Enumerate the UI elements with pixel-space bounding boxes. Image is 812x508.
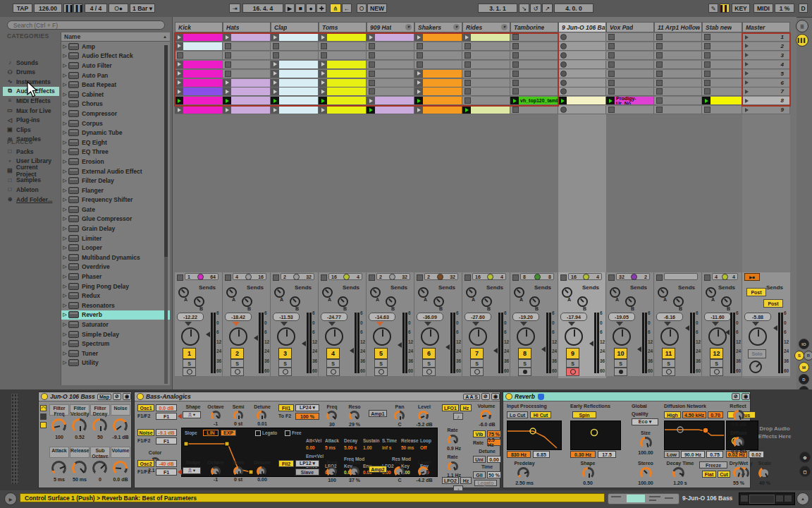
clip-stop-button[interactable] [608,43,615,49]
device-list-item-corpus[interactable]: ▷Corpus [61,119,170,128]
diff-high-freq[interactable]: 4.50 kHz [682,411,706,418]
nudge-down-button[interactable]: ▐▐ [63,4,73,13]
device-list-item-gate[interactable]: ▷Gate [61,205,170,214]
volume-knob[interactable] [613,327,631,346]
lfo1-rate-knob[interactable] [448,435,458,445]
clip-slot[interactable] [223,42,271,51]
clip-launch-button[interactable] [414,87,423,96]
device-chain-minimap[interactable] [739,492,795,505]
volume-value[interactable]: -19.05 [608,313,635,321]
clip-slot[interactable] [223,106,271,114]
drywet-knob[interactable] [733,467,744,478]
vib-button[interactable]: Vib [473,430,486,437]
stop-all-clips-button[interactable] [369,274,375,281]
sidebar-item-sounds[interactable]: ♪Sounds [3,58,59,67]
clip-slot[interactable] [462,106,510,114]
device-list-item-audio-effect-rack[interactable]: ▷Audio Effect Rack [61,52,170,61]
input-filter-display[interactable] [507,421,562,450]
device-list-item-auto-pan[interactable]: ▷Auto Pan [61,71,170,80]
clip-body[interactable] [327,70,366,78]
lfo2-hz-button[interactable]: Hz [460,477,472,484]
clip-body[interactable] [375,97,414,105]
expander-icon[interactable]: ▷ [61,159,68,164]
solo-button[interactable]: S [230,359,244,368]
clip-stop-button[interactable] [704,71,710,77]
loop-length[interactable]: 4. 0. 0 [554,4,593,13]
capture-new-button[interactable]: NEW [367,4,387,13]
clip-stop-button[interactable] [704,52,710,59]
vib-amount[interactable]: 75 % [487,430,501,437]
clip-launch-button[interactable] [175,106,183,114]
clip-launch-button[interactable] [414,79,423,87]
clip-stop-button[interactable] [704,80,710,86]
send-a-knob[interactable] [418,287,429,298]
clip-body[interactable] [279,70,318,78]
solo-button[interactable]: S [183,359,196,368]
stop-all-clips-button[interactable] [225,274,231,281]
expander-icon[interactable]: ▷ [61,351,68,356]
send-b-knob[interactable] [529,296,540,307]
expander-icon[interactable]: ▷ [61,101,68,107]
clip-slot[interactable] [606,52,654,60]
clip-slot[interactable] [175,106,223,114]
arm-button[interactable] [326,368,340,376]
amp1-pan-knob[interactable] [394,411,405,421]
session-view-button[interactable]: ▌▌▌ [796,34,808,47]
decay-time-knob[interactable] [672,467,684,479]
clip-slot[interactable] [175,52,223,60]
expander-icon[interactable]: ▷ [61,53,68,59]
osc2-button[interactable]: Osc2 [137,460,154,467]
arm-button[interactable] [710,368,723,376]
clip-body[interactable] [183,87,222,96]
clip-slot[interactable] [319,61,367,69]
diffusion-display[interactable] [664,421,725,450]
scene-play-icon[interactable] [745,80,749,85]
clip-launch-button[interactable] [271,87,279,96]
send-b-knob[interactable] [433,296,444,307]
clip-launch-button[interactable] [175,61,183,69]
osc2-route[interactable]: F1 [156,468,177,476]
clip-slot[interactable] [702,106,742,114]
solo-button[interactable]: S [518,359,531,368]
scene-play-icon[interactable] [745,90,749,94]
diff-low-amt[interactable]: 0.75 [706,451,723,458]
clip-launch-button[interactable] [175,33,183,42]
clip-slot[interactable] [702,42,742,51]
clip-stop-button[interactable] [465,88,471,95]
places-item-samples[interactable]: □Samples [3,176,59,185]
stop-all-clips-button[interactable] [417,274,423,281]
send-b-knob[interactable] [577,296,588,307]
clip-slot[interactable] [702,33,742,42]
clip-stop-button[interactable] [225,61,231,68]
sidebar-item-clips[interactable]: ▣Clips [3,125,59,134]
sidebar-item-instruments[interactable]: ∿Instruments [3,77,59,86]
fil1-tof2-value[interactable]: 100 % [295,413,319,420]
clip-slot[interactable] [319,87,367,96]
clip-slot[interactable] [271,70,319,78]
device-list-item-looper[interactable]: ▷Looper [61,243,170,253]
clip-body[interactable] [423,106,462,114]
fil1-reso-knob[interactable] [349,411,359,421]
volume-knob[interactable] [325,327,343,346]
punch-out-button[interactable]: ↗ [542,4,553,13]
legato-checkbox[interactable] [255,430,261,436]
expander-icon[interactable]: ▷ [61,360,68,365]
clip-slot[interactable] [606,70,654,78]
volume-knob[interactable] [517,327,535,346]
volume-fader-marker[interactable] [206,332,210,337]
clip-stop-button[interactable] [512,71,519,77]
clip-stop-button[interactable] [417,52,423,59]
uni-value[interactable]: 0.00 [487,456,501,463]
arrangement-view-button[interactable]: ☰ [796,20,808,32]
expander-icon[interactable]: ▷ [61,82,68,87]
scene-slot-3[interactable]: 3 [742,52,790,60]
uni-button[interactable]: Uni [473,456,486,463]
session-record-button[interactable]: O [357,4,367,13]
send-b-knob[interactable] [625,296,636,307]
expander-icon[interactable]: ▷ [61,255,68,260]
clip-launch-button[interactable] [319,106,327,114]
clip-slot[interactable] [271,52,319,60]
arm-button[interactable] [183,368,196,376]
volume-fader-marker[interactable] [493,348,498,353]
clip-body[interactable] [327,97,366,105]
